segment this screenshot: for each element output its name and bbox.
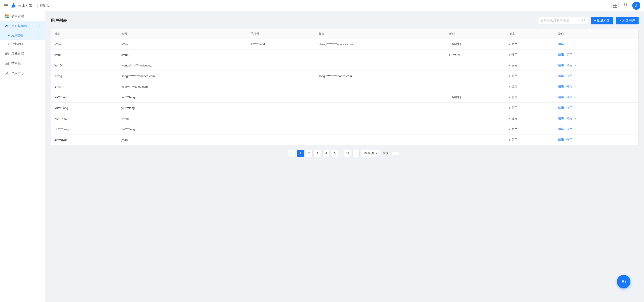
cell-dept <box>446 103 506 113</box>
header-actions: + 批量添加 + 添加用户 <box>538 17 638 24</box>
col-status: 状态 <box>506 29 554 39</box>
action-1[interactable]: 停用 <box>566 106 572 110</box>
cell-status: 启用 <box>506 92 554 103</box>
action-more[interactable]: ··· <box>575 64 578 67</box>
cell-account: ya****feng <box>118 92 247 103</box>
cell-actions: 编辑 启用 ··· <box>554 50 638 60</box>
status-dot <box>509 118 510 119</box>
cell-dept <box>446 82 506 92</box>
cell-actions: 编辑 停用 ··· <box>554 60 638 71</box>
page-size-select[interactable]: 10 条/页 ∨ <box>361 150 380 157</box>
sidebar-item-user-mgmt[interactable]: 用户管理 <box>0 31 45 40</box>
action-0[interactable]: 编辑 <box>558 106 564 110</box>
cell-account: s**bo <box>118 50 247 60</box>
page-size-label: 10 条/页 <box>364 151 374 155</box>
table-row: Y**ui yeta*******ance.com 启用 编辑 停用 ··· <box>51 82 638 92</box>
action-more[interactable]: ··· <box>575 53 578 56</box>
sidebar-sub-users-org: 用户管理 企业部门 <box>0 31 45 48</box>
menu-toggle-button[interactable] <box>4 4 8 7</box>
goto-input[interactable] <box>392 152 399 155</box>
action-0[interactable]: 编辑 <box>558 53 564 56</box>
action-more[interactable]: ··· <box>575 96 578 99</box>
active-dot <box>8 35 10 36</box>
cell-dept <box>446 60 506 71</box>
page-4-button[interactable]: 4 <box>322 150 330 157</box>
notification-bell-button[interactable] <box>623 3 628 8</box>
action-1[interactable]: 停用 <box>566 127 572 131</box>
sidebar-item-dept-label: 企业部门 <box>11 42 23 46</box>
user-icon <box>4 71 9 76</box>
svg-point-10 <box>6 25 7 26</box>
col-account: 账号 <box>118 29 247 39</box>
sidebar-item-dept[interactable]: 企业部门 <box>0 40 45 48</box>
cell-dept: LEMON <box>446 50 506 60</box>
cell-dept <box>446 134 506 145</box>
action-edit[interactable]: 编辑 <box>558 42 564 46</box>
cell-account: j**an <box>118 134 247 145</box>
action-more[interactable]: ··· <box>575 74 578 78</box>
sidebar-item-project[interactable]: 项目管理 <box>0 11 45 21</box>
table-row: Ya****feng ya****feng 一级部门 启用 编辑 停用 ··· <box>51 92 638 103</box>
page-43-button[interactable]: 43 <box>344 150 351 157</box>
main-content: 用户列表 + 批量添加 + 添加用户 <box>45 11 644 302</box>
action-0[interactable]: 编辑 <box>558 138 564 141</box>
sidebar-item-profile[interactable]: 个人中心 <box>0 68 45 78</box>
page-2-button[interactable]: 2 <box>305 150 312 157</box>
action-0[interactable]: 编辑 <box>558 64 564 67</box>
action-0[interactable]: 编辑 <box>558 96 564 99</box>
action-1[interactable]: 停用 <box>566 117 572 120</box>
cell-email <box>315 50 446 60</box>
goto-label: 前往 <box>382 151 388 155</box>
action-1[interactable]: 启用 <box>566 53 572 56</box>
action-0[interactable]: 编辑 <box>558 85 564 88</box>
action-more[interactable]: ··· <box>575 85 578 88</box>
table-row: Ho****iyan h**an 启用 编辑 停用 ··· <box>51 113 638 124</box>
cell-email <box>315 124 446 134</box>
cell-account: yeta*******ance.com <box>118 82 247 92</box>
ai-button[interactable]: Ai <box>617 275 630 288</box>
page-3-button[interactable]: 3 <box>314 150 321 157</box>
cell-dept: 一级部门 <box>446 92 506 103</box>
svg-point-15 <box>8 54 8 55</box>
action-more[interactable]: ··· <box>575 138 578 141</box>
sidebar-item-inbox[interactable]: 站内信 <box>0 58 45 68</box>
sidebar-item-roles[interactable]: 角色管理 <box>0 48 45 58</box>
user-avatar[interactable]: A <box>632 2 640 10</box>
grid-view-button[interactable] <box>612 2 619 9</box>
action-more[interactable]: ··· <box>575 106 578 110</box>
page-1-button[interactable]: 1 <box>297 150 304 157</box>
cell-name: W**Qi <box>51 60 118 71</box>
action-1[interactable]: 停用 <box>566 74 572 78</box>
cell-name: Yu****long <box>51 103 118 113</box>
action-more[interactable]: ··· <box>575 127 578 131</box>
sidebar-item-roles-label: 角色管理 <box>11 51 40 56</box>
status-dot <box>509 76 510 77</box>
status-dot <box>509 128 510 130</box>
sidebar-item-users-org[interactable]: 用户与组织 ∧ <box>0 21 45 31</box>
prev-page-button[interactable]: ‹ <box>288 150 295 157</box>
page-goto: 前往 <box>382 150 401 157</box>
cell-name: Ya****feng <box>51 92 118 103</box>
search-input[interactable] <box>541 19 582 22</box>
action-1[interactable]: 停用 <box>566 85 572 88</box>
cell-status: 启用 <box>506 103 554 113</box>
chevron-up-icon: ∧ <box>38 25 40 28</box>
sidebar-item-inbox-label: 站内信 <box>11 61 40 65</box>
action-1[interactable]: 停用 <box>566 64 572 67</box>
topbar: 火山引擎 | 控制台 A <box>0 0 644 11</box>
page-5-button[interactable]: 5 <box>331 150 338 157</box>
search-box[interactable] <box>538 17 588 24</box>
add-user-button[interactable]: + 添加用户 <box>616 17 638 24</box>
action-1[interactable]: 停用 <box>566 96 572 99</box>
action-more[interactable]: ··· <box>575 117 578 120</box>
next-page-button[interactable]: › <box>352 150 360 157</box>
cell-status: 启用 <box>506 39 554 50</box>
sidebar-item-profile-label: 个人中心 <box>11 71 40 75</box>
batch-add-button[interactable]: + 批量添加 <box>591 17 613 24</box>
action-0[interactable]: 编辑 <box>558 117 564 120</box>
action-0[interactable]: 编辑 <box>558 74 564 78</box>
action-0[interactable]: 编辑 <box>558 127 564 131</box>
action-1[interactable]: 停用 <box>566 138 572 141</box>
users-icon <box>4 24 9 28</box>
cell-actions: 编辑 停用 ··· <box>554 103 638 113</box>
